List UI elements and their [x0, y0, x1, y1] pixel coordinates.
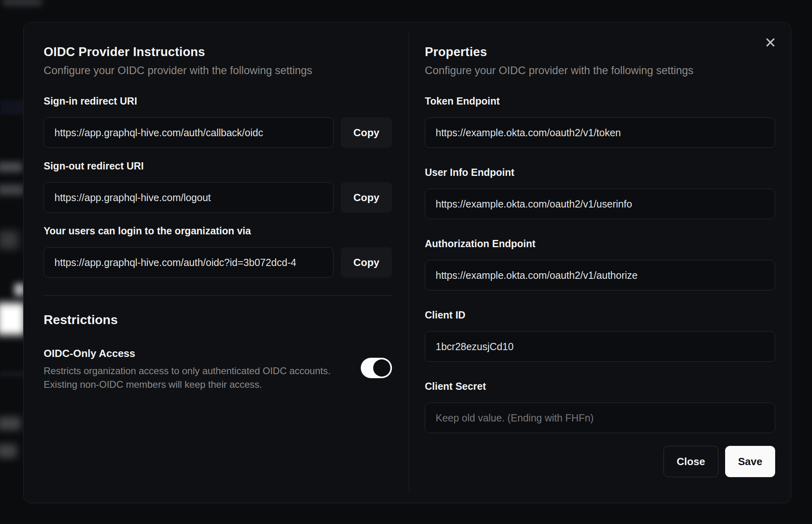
token-endpoint-label: Token Endpoint [425, 95, 775, 107]
properties-column: Properties Configure your OIDC provider … [425, 45, 775, 477]
section-divider [44, 295, 392, 296]
instructions-title: OIDC Provider Instructions [44, 45, 392, 59]
instructions-subtitle: Configure your OIDC provider with the fo… [44, 64, 392, 77]
background-blur-fragment [0, 303, 25, 335]
background-blur-fragment [0, 162, 22, 172]
signout-redirect-field: Sign-out redirect URI Copy [44, 160, 392, 213]
restrictions-title: Restrictions [44, 312, 392, 327]
background-blur-fragment [0, 371, 25, 377]
toggle-knob [373, 359, 390, 377]
instructions-column: OIDC Provider Instructions Configure you… [44, 45, 392, 391]
column-divider [409, 32, 409, 493]
login-url-label: Your users can login to the organization… [44, 225, 392, 237]
authorization-endpoint-field: Authorization Endpoint [425, 238, 775, 290]
signout-redirect-label: Sign-out redirect URI [44, 160, 392, 172]
token-endpoint-input[interactable] [425, 117, 775, 148]
oidc-settings-dialog: ✕ OIDC Provider Instructions Configure y… [23, 22, 791, 503]
client-id-label: Client ID [425, 309, 775, 321]
background-blur-fragment [0, 417, 21, 430]
client-secret-input[interactable] [425, 403, 775, 433]
authorization-endpoint-input[interactable] [425, 260, 775, 290]
signin-redirect-input[interactable] [44, 117, 334, 148]
client-id-input[interactable] [425, 331, 775, 362]
oidc-only-access-row: OIDC-Only Access Restricts organization … [44, 347, 392, 391]
description-line-1: Restricts organization access to only au… [44, 364, 330, 378]
authorization-endpoint-label: Authorization Endpoint [425, 238, 775, 250]
signin-redirect-label: Sign-in redirect URI [44, 95, 392, 107]
copy-signin-button[interactable]: Copy [341, 117, 392, 148]
dialog-actions: Close Save [425, 446, 775, 477]
login-url-field: Your users can login to the organization… [44, 225, 392, 278]
oidc-only-access-label: OIDC-Only Access [44, 347, 330, 360]
copy-login-url-button[interactable]: Copy [341, 247, 392, 278]
background-blur-fragment [0, 231, 18, 249]
token-endpoint-field: Token Endpoint [425, 95, 775, 148]
userinfo-endpoint-field: User Info Endpoint [425, 167, 775, 219]
userinfo-endpoint-label: User Info Endpoint [425, 167, 775, 178]
client-secret-label: Client Secret [425, 381, 775, 392]
client-secret-field: Client Secret [425, 381, 775, 433]
copy-signout-button[interactable]: Copy [341, 182, 392, 213]
background-blur-fragment [2, 0, 42, 6]
background-blur-fragment [0, 100, 25, 115]
oidc-only-access-description: Restricts organization access to only au… [44, 364, 330, 391]
userinfo-endpoint-input[interactable] [425, 189, 775, 219]
oidc-only-toggle[interactable] [361, 358, 392, 378]
client-id-field: Client ID [425, 309, 775, 362]
oidc-only-access-text: OIDC-Only Access Restricts organization … [44, 347, 330, 391]
close-button[interactable]: Close [663, 446, 718, 477]
signin-redirect-field: Sign-in redirect URI Copy [44, 95, 392, 148]
background-blur-fragment [0, 444, 17, 458]
save-button[interactable]: Save [725, 446, 775, 477]
login-url-input[interactable] [44, 247, 334, 278]
properties-subtitle: Configure your OIDC provider with the fo… [425, 64, 775, 77]
background-blur-fragment [0, 184, 24, 195]
properties-title: Properties [425, 45, 775, 59]
description-line-2: Existing non-OIDC members will keep thei… [44, 378, 330, 391]
signout-redirect-input[interactable] [44, 182, 334, 213]
